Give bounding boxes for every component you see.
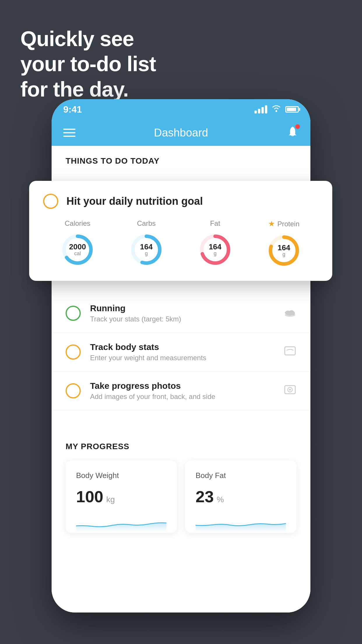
phone-mockup: 9:41 (52, 99, 310, 612)
todo-sub-bodystats: Enter your weight and measurements (90, 354, 274, 362)
menu-button[interactable] (63, 129, 75, 137)
macro-fat-unit: g (214, 251, 217, 257)
macro-carbs: Carbs 164 g (129, 219, 164, 267)
nav-title: Dashboard (154, 127, 208, 139)
todo-text-running: Running Track your stats (target: 5km) (90, 303, 274, 323)
nutrition-card: Hit your daily nutrition goal Calories 2… (29, 181, 332, 281)
star-icon: ★ (268, 219, 275, 228)
body-fat-card: Body Fat 23 % (185, 461, 296, 533)
macro-fat-value: 164 (209, 243, 221, 251)
macro-protein-value: 164 (277, 244, 290, 251)
macro-calories-donut: 2000 cal (60, 232, 95, 267)
todo-main-bodystats: Track body stats (90, 342, 274, 352)
notification-button[interactable] (287, 125, 299, 140)
progress-header: MY PROGRESS (66, 442, 296, 451)
body-weight-value: 100 (76, 487, 103, 506)
todo-main-running: Running (90, 303, 274, 313)
wifi-icon (271, 105, 281, 114)
notification-dot (295, 124, 300, 129)
headline-line3: for the day. (20, 77, 156, 102)
macro-fat-donut: 164 g (198, 232, 233, 267)
macro-calories-value: 2000 (69, 243, 86, 251)
body-fat-unit: % (217, 495, 224, 504)
progress-cards: Body Weight 100 kg (66, 461, 296, 533)
nutrition-macros: Calories 2000 cal Carbs (43, 219, 318, 268)
body-fat-title: Body Fat (196, 471, 286, 480)
nutrition-title-row: Hit your daily nutrition goal (43, 194, 318, 209)
status-icons (254, 105, 299, 114)
todo-sub-running: Track your stats (target: 5km) (90, 315, 274, 323)
macro-fat-label: Fat (210, 219, 220, 228)
nutrition-checkbox[interactable] (43, 194, 58, 209)
todo-list: Running Track your stats (target: 5km) T… (52, 294, 310, 410)
macro-carbs-unit: g (145, 251, 148, 257)
todo-checkbox-running[interactable] (66, 306, 81, 321)
body-weight-sparkline (76, 514, 166, 532)
todo-item-bodystats[interactable]: Track body stats Enter your weight and m… (52, 333, 310, 372)
nutrition-title: Hit your daily nutrition goal (66, 195, 203, 207)
svg-point-0 (275, 110, 277, 112)
macro-carbs-label: Carbs (137, 219, 156, 228)
progress-section: MY PROGRESS Body Weight 100 kg (52, 428, 310, 533)
todo-main-photos: Take progress photos (90, 381, 274, 391)
macro-protein: ★ Protein 164 g (266, 219, 301, 268)
body-fat-value-row: 23 % (196, 487, 286, 506)
svg-point-5 (289, 389, 291, 391)
signal-icon (254, 105, 267, 113)
macro-calories-label: Calories (65, 219, 90, 228)
body-weight-unit: kg (106, 495, 115, 504)
macro-protein-label: ★ Protein (268, 219, 299, 228)
todo-item-photos[interactable]: Take progress photos Add images of your … (52, 372, 310, 410)
running-icon (284, 307, 296, 320)
macro-protein-donut: 164 g (266, 233, 301, 268)
macro-carbs-donut: 164 g (129, 232, 164, 267)
scale-icon (284, 344, 296, 360)
nav-bar: Dashboard (52, 120, 310, 146)
body-weight-card: Body Weight 100 kg (66, 461, 177, 533)
todo-checkbox-photos[interactable] (66, 383, 81, 398)
macro-fat: Fat 164 g (198, 219, 233, 267)
macro-carbs-value: 164 (140, 243, 152, 251)
body-fat-value: 23 (196, 487, 214, 506)
body-fat-sparkline (196, 514, 286, 532)
body-weight-value-row: 100 kg (76, 487, 166, 506)
todo-text-photos: Take progress photos Add images of your … (90, 381, 274, 401)
headline-line1: Quickly see (20, 26, 156, 51)
macro-calories-unit: cal (74, 251, 81, 257)
todo-item-running[interactable]: Running Track your stats (target: 5km) (52, 294, 310, 333)
headline-text: Quickly see your to-do list for the day. (20, 26, 156, 102)
status-time: 9:41 (63, 104, 82, 115)
photo-icon (284, 383, 296, 399)
body-weight-title: Body Weight (76, 471, 166, 480)
things-header: THINGS TO DO TODAY (52, 146, 310, 172)
svg-rect-2 (285, 347, 295, 355)
macro-calories: Calories 2000 cal (60, 219, 95, 267)
headline-line2: your to-do list (20, 51, 156, 76)
todo-sub-photos: Add images of your front, back, and side (90, 393, 274, 401)
todo-checkbox-bodystats[interactable] (66, 344, 81, 360)
todo-text-bodystats: Track body stats Enter your weight and m… (90, 342, 274, 362)
battery-icon (285, 106, 299, 113)
macro-protein-unit: g (282, 251, 285, 258)
status-bar: 9:41 (52, 99, 310, 120)
